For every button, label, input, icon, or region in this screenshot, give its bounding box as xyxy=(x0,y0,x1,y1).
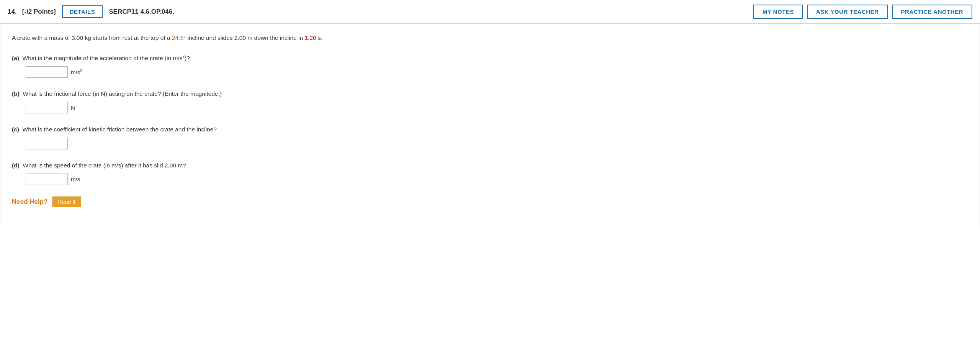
sub-question-c-label: (c) What is the coefficient of kinetic f… xyxy=(12,125,968,134)
sub-label-d: (d) xyxy=(12,162,20,169)
practice-another-button[interactable]: PRACTICE ANOTHER xyxy=(892,5,972,19)
sub-question-b: (b) What is the frictional force (in N) … xyxy=(12,89,968,113)
unit-label-d: m/s xyxy=(71,176,80,182)
unit-label-a: m/s2 xyxy=(71,69,82,75)
sub-question-a-label: (a) What is the magnitude of the acceler… xyxy=(12,54,968,62)
input-row-a: m/s2 xyxy=(26,66,968,78)
sub-label-c: (c) xyxy=(12,126,19,133)
question-code: SERCP11 4.6.OP.046. xyxy=(109,8,747,16)
sub-label-a: (a) xyxy=(12,55,19,61)
question-number: 14. [-/2 Points] xyxy=(8,8,56,16)
header-bar: 14. [-/2 Points] DETAILS SERCP11 4.6.OP.… xyxy=(0,0,980,24)
read-it-button[interactable]: Read It xyxy=(52,197,81,207)
answer-input-c[interactable] xyxy=(26,138,68,149)
content-area: A crate with a mass of 3.00 kg starts fr… xyxy=(0,24,980,227)
problem-text-part1: A crate with a mass of 3.00 kg starts fr… xyxy=(12,34,172,41)
problem-statement: A crate with a mass of 3.00 kg starts fr… xyxy=(12,33,968,43)
q-number: 14. xyxy=(8,8,17,15)
input-row-d: m/s xyxy=(26,174,968,185)
divider-bottom xyxy=(12,215,968,215)
problem-text-part2: incline and slides 2.00 m down the incli… xyxy=(186,34,304,41)
sub-question-c: (c) What is the coefficient of kinetic f… xyxy=(12,125,968,149)
details-button[interactable]: DETAILS xyxy=(62,5,103,18)
answer-input-b[interactable] xyxy=(26,102,68,113)
points-label: [-/2 Points] xyxy=(22,8,56,15)
need-help-label: Need Help? xyxy=(12,198,48,206)
unit-label-b: N xyxy=(71,105,75,111)
input-row-b: N xyxy=(26,102,968,113)
answer-input-a[interactable] xyxy=(26,66,68,78)
page-wrapper: 14. [-/2 Points] DETAILS SERCP11 4.6.OP.… xyxy=(0,0,980,349)
sub-question-b-label: (b) What is the frictional force (in N) … xyxy=(12,89,968,98)
input-row-c xyxy=(26,138,968,149)
need-help-section: Need Help? Read It xyxy=(12,197,968,207)
header-buttons: MY NOTES ASK YOUR TEACHER PRACTICE ANOTH… xyxy=(753,5,972,19)
angle-highlight: 24.5° xyxy=(172,34,186,41)
ask-teacher-button[interactable]: ASK YOUR TEACHER xyxy=(807,5,888,19)
answer-input-d[interactable] xyxy=(26,174,68,185)
sub-question-d-label: (d) What is the speed of the crate (in m… xyxy=(12,161,968,170)
my-notes-button[interactable]: MY NOTES xyxy=(753,5,803,19)
sub-question-d: (d) What is the speed of the crate (in m… xyxy=(12,161,968,185)
sub-question-a: (a) What is the magnitude of the acceler… xyxy=(12,54,968,78)
sub-label-b: (b) xyxy=(12,90,20,97)
problem-text-part3: . xyxy=(321,34,322,41)
time-highlight: 1.20 s xyxy=(304,34,321,41)
